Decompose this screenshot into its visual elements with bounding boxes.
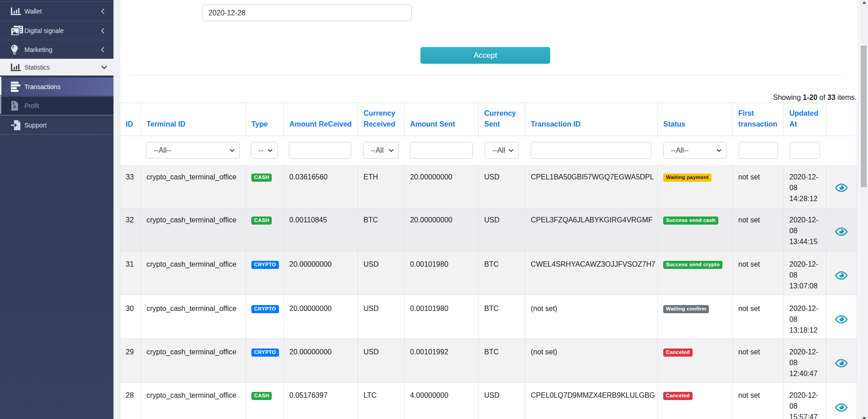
svg-text:$: $ [14, 104, 16, 108]
